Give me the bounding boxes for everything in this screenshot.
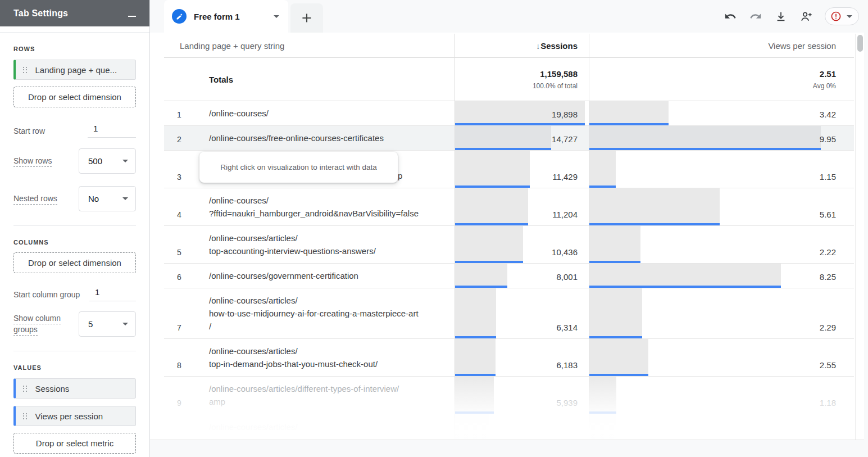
drop-dimension-rows-button[interactable]: Drop or select dimension — [13, 87, 136, 107]
visualization-tooltip: Right click on visualization to interact… — [199, 152, 398, 183]
start-row-label: Start row — [13, 126, 45, 136]
table-row[interactable]: 8/online-courses/articles/top-in-demand-… — [164, 339, 854, 377]
column-header-sessions[interactable]: ↓Sessions — [454, 41, 589, 51]
landing-page-cell[interactable]: /online-courses/articles/how-to-use-midj… — [209, 294, 454, 338]
metric-chip-sessions[interactable]: Sessions — [13, 378, 136, 399]
sort-desc-icon: ↓ — [536, 42, 540, 51]
start-column-group-input[interactable] — [89, 287, 136, 301]
redo-button[interactable] — [749, 10, 762, 23]
table-row[interactable]: /online-courses/articles/ — [164, 414, 854, 439]
table-row[interactable]: 5/online-courses/articles/top-accounting… — [164, 226, 854, 264]
landing-page-cell[interactable]: /online-courses/?fftid=naukri_hamburger_… — [209, 194, 454, 225]
divider — [13, 351, 136, 351]
row-number: 2 — [164, 135, 209, 150]
chevron-down-icon[interactable] — [274, 15, 279, 18]
views-per-session-cell[interactable]: 1.18 — [589, 398, 854, 414]
views-per-session-cell[interactable]: 8.25 — [589, 272, 854, 288]
drop-dimension-columns-button[interactable]: Drop or select dimension — [13, 252, 136, 273]
sessions-cell[interactable]: 6,314 — [454, 323, 589, 338]
minimize-icon[interactable] — [128, 9, 137, 18]
drag-handle-icon[interactable] — [23, 67, 27, 73]
person-add-icon — [800, 10, 813, 23]
table-row[interactable]: 4/online-courses/?fftid=naukri_hamburger… — [164, 188, 854, 226]
vertical-scrollbar[interactable] — [855, 34, 864, 440]
table-row[interactable]: 1/online-courses/19,8983.42 — [164, 101, 854, 126]
tab-settings-header: Tab Settings — [0, 0, 149, 26]
tab-free-form-1[interactable]: Free form 1 — [164, 0, 288, 33]
table-row[interactable]: 6/online-courses/government-certificatio… — [164, 264, 854, 288]
row-number: 1 — [164, 110, 209, 125]
landing-page-cell[interactable]: /online-courses/ — [209, 107, 454, 125]
divider — [0, 32, 149, 33]
column-header-views-per-session[interactable]: Views per session — [589, 41, 854, 51]
share-users-button[interactable] — [799, 10, 813, 23]
show-column-groups-value: 5 — [88, 319, 93, 329]
drag-handle-icon[interactable] — [23, 413, 27, 419]
views-per-session-cell[interactable]: 9.95 — [589, 134, 854, 150]
table-row[interactable]: 9/online-courses/articles/different-type… — [164, 377, 854, 414]
divider — [13, 225, 136, 226]
views-per-session-cell[interactable]: 3.42 — [589, 110, 854, 125]
sessions-cell[interactable]: 5,939 — [454, 398, 589, 414]
sessions-cell[interactable]: 19,898 — [454, 110, 589, 125]
sessions-cell[interactable]: 10,436 — [454, 247, 589, 263]
views-per-session-cell[interactable]: 1.15 — [589, 172, 854, 188]
tab-strip: Free form 1 — [150, 0, 868, 33]
chevron-down-icon — [122, 197, 128, 200]
chevron-down-icon — [122, 160, 128, 162]
views-per-session-cell[interactable] — [589, 433, 854, 439]
panel-title: Tab Settings — [13, 8, 68, 19]
sessions-cell[interactable]: 8,001 — [454, 272, 589, 288]
undo-button[interactable] — [724, 10, 737, 23]
metric-chip-label: Views per session — [35, 411, 103, 421]
landing-page-cell[interactable]: /online-courses/articles/ — [209, 420, 454, 439]
dimension-chip-label: Landing page + que... — [35, 65, 117, 75]
views-per-session-cell[interactable]: 2.55 — [589, 360, 854, 376]
views-per-session-cell[interactable]: 5.61 — [589, 210, 854, 225]
show-rows-select[interactable]: 500 — [79, 148, 136, 174]
landing-page-cell[interactable]: /online-courses/articles/different-types… — [209, 382, 454, 414]
sessions-cell[interactable]: 6,183 — [454, 360, 589, 376]
landing-page-cell[interactable]: /online-courses/free-online-courses-cert… — [209, 132, 454, 150]
status-error-dropdown[interactable] — [825, 7, 859, 25]
row-number: 5 — [164, 248, 209, 263]
views-per-session-cell[interactable]: 2.22 — [589, 247, 854, 263]
edit-icon — [172, 9, 187, 24]
table-row[interactable]: 7/online-courses/articles/how-to-use-mid… — [164, 288, 854, 339]
start-row-input[interactable] — [88, 124, 136, 138]
rows-section-label: ROWS — [13, 46, 136, 52]
row-number: 7 — [164, 323, 209, 338]
nested-rows-value: No — [88, 194, 99, 203]
add-tab-button[interactable] — [290, 3, 323, 33]
column-header-landing-page[interactable]: Landing page + query string — [164, 41, 454, 51]
drag-handle-icon[interactable] — [23, 386, 27, 392]
metric-chip-views-per-session[interactable]: Views per session — [13, 406, 136, 426]
data-table: Landing page + query string ↓Sessions Vi… — [164, 34, 854, 439]
sessions-cell[interactable]: 11,204 — [454, 210, 589, 225]
table-row[interactable]: 2/online-courses/free-online-courses-cer… — [164, 126, 854, 151]
scrollbar-thumb[interactable] — [857, 35, 863, 52]
dimension-chip-landing-page[interactable]: Landing page + que... — [13, 60, 136, 80]
download-button[interactable] — [774, 10, 788, 23]
drop-metric-button[interactable]: Drop or select metric — [13, 433, 136, 454]
tab-label: Free form 1 — [194, 12, 266, 21]
show-column-groups-label: Show column groups — [13, 313, 61, 336]
error-icon — [830, 11, 842, 22]
totals-views-subtext: Avg 0% — [589, 82, 836, 90]
row-number: 9 — [164, 399, 209, 414]
sessions-cell[interactable]: 11,429 — [454, 172, 589, 188]
landing-page-cell[interactable]: /online-courses/articles/top-in-demand-j… — [209, 345, 454, 376]
totals-views-value: 2.51 — [589, 69, 836, 79]
landing-page-cell[interactable]: /online-courses/government-certification — [209, 269, 454, 288]
show-column-groups-select[interactable]: 5 — [79, 311, 136, 337]
values-section-label: VALUES — [13, 364, 136, 371]
chevron-down-icon — [122, 323, 128, 325]
sessions-cell[interactable] — [454, 433, 589, 439]
metric-chip-label: Sessions — [35, 384, 70, 393]
landing-page-cell[interactable]: /online-courses/articles/top-accounting-… — [209, 232, 454, 263]
table-header-row: Landing page + query string ↓Sessions Vi… — [164, 34, 854, 58]
nested-rows-select[interactable]: No — [79, 186, 136, 211]
views-per-session-cell[interactable]: 2.29 — [589, 323, 854, 338]
start-column-group-label: Start column group — [13, 289, 80, 300]
sessions-cell[interactable]: 14,727 — [454, 134, 589, 150]
